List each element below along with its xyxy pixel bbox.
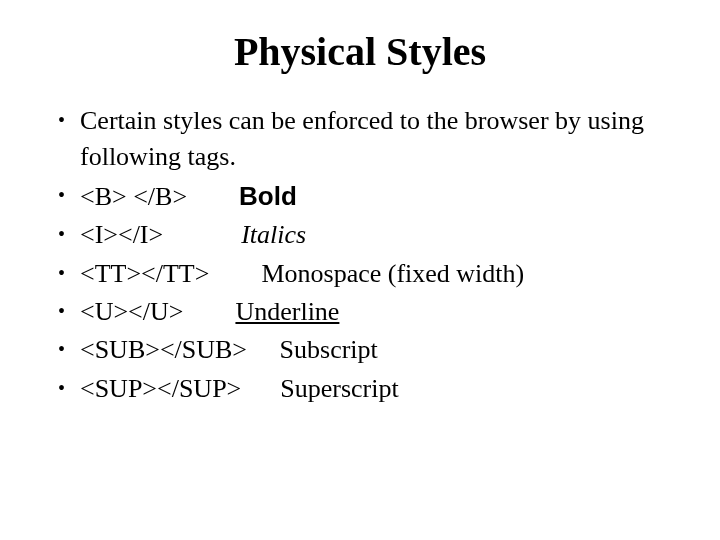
list-item: Certain styles can be enforced to the br…	[58, 103, 680, 176]
tag-text: <TT></TT>	[80, 259, 261, 288]
tag-text: <I></I>	[80, 220, 241, 249]
tag-text: <SUP></SUP>	[80, 374, 280, 403]
list-item: <B> </B> Bold	[58, 178, 680, 215]
style-label-superscript: Superscript	[280, 374, 398, 403]
slide-title: Physical Styles	[40, 28, 680, 75]
list-item: <SUP></SUP> Superscript	[58, 371, 680, 407]
bullet-list: Certain styles can be enforced to the br…	[40, 103, 680, 407]
list-item: <U></U> Underline	[58, 294, 680, 330]
style-label-underline: Underline	[235, 297, 339, 326]
tag-text: <B> </B>	[80, 182, 239, 211]
tag-text: <U></U>	[80, 297, 235, 326]
style-label-bold: Bold	[239, 181, 297, 211]
style-label-subscript: Subscript	[280, 335, 378, 364]
tag-text: <SUB></SUB>	[80, 335, 280, 364]
list-item: <I></I> Italics	[58, 217, 680, 253]
style-label-italics: Italics	[241, 220, 306, 249]
list-item: <SUB></SUB> Subscript	[58, 332, 680, 368]
list-item: <TT></TT> Monospace (fixed width)	[58, 256, 680, 292]
style-label-monospace: Monospace (fixed width)	[261, 259, 524, 288]
